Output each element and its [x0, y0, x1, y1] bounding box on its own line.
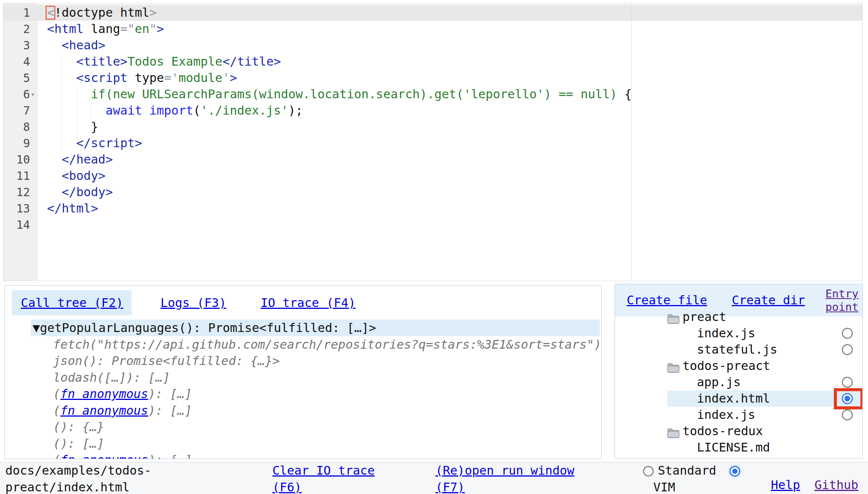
line-number: 2 — [3, 21, 30, 37]
file-row-stateful.js[interactable]: stateful.js — [615, 341, 862, 358]
anonymous-fn-link[interactable]: fn anonymous — [60, 453, 148, 459]
code-line[interactable]: await import('./index.js'); — [47, 102, 862, 119]
file-name: index.html — [697, 390, 770, 407]
call-tree-row[interactable]: (): […] — [5, 435, 601, 452]
clear-io-trace-button[interactable]: Clear IO trace — [272, 463, 375, 479]
code-line[interactable]: <html lang="en"> — [47, 21, 862, 37]
file-browser-panel: Create file Create dir Entry point preac… — [615, 284, 863, 458]
folder-row-preact[interactable]: preact — [615, 309, 862, 325]
file-row-app.js[interactable]: app.js — [615, 374, 862, 390]
reopen-run-window-button[interactable]: (F7) — [436, 479, 465, 494]
line-number: 4 — [3, 53, 30, 70]
tab-io-trace-f4-[interactable]: IO trace (F4) — [261, 290, 355, 315]
file-name: preact — [682, 309, 726, 325]
call-tree-row[interactable]: (fn anonymous): […] — [5, 452, 601, 459]
entry-point-radio-index.js[interactable] — [842, 409, 853, 420]
file-row-index.js[interactable]: index.js — [615, 407, 862, 423]
fold-arrow-icon[interactable]: ▾ — [31, 86, 38, 102]
current-file-path: docs/examples/todos- — [5, 463, 151, 479]
line-number: 13 — [3, 200, 30, 217]
code-line[interactable]: <body> — [47, 168, 862, 184]
call-tree-row[interactable]: (fn anonymous): […] — [5, 385, 601, 402]
line-number: 9 — [3, 135, 30, 151]
anonymous-fn-link[interactable]: fn anonymous — [60, 387, 148, 401]
call-tree-row[interactable]: (): {…} — [5, 418, 601, 435]
line-number: 7 — [3, 102, 30, 119]
code-line[interactable]: <script type='module'> — [47, 70, 862, 86]
call-tree-row[interactable]: (fn anonymous): […] — [5, 402, 601, 419]
vim-keybindings-radio[interactable] — [730, 466, 740, 477]
github-link[interactable]: Github — [815, 477, 859, 493]
help-link[interactable]: Help — [771, 477, 800, 493]
call-tree-row[interactable]: lodash([…]): […] — [5, 369, 601, 386]
call-tree-panel: Call tree (F2)Logs (F3)IO trace (F4) ▼ge… — [5, 285, 602, 459]
folder-row-todos-redux[interactable]: todos-redux — [615, 423, 862, 439]
standard-keybindings-radio[interactable] — [643, 466, 654, 477]
code-line[interactable]: <title>Todos Example</title> — [47, 53, 862, 70]
code-line[interactable]: if(new URLSearchParams(window.location.s… — [47, 86, 862, 102]
line-number: 10 — [3, 151, 30, 168]
code-editor[interactable]: <!doctype html><html lang="en"> <head> <… — [3, 3, 863, 281]
folder-icon — [667, 312, 680, 323]
anonymous-fn-link[interactable]: fn anonymous — [60, 403, 148, 418]
folder-icon — [667, 361, 680, 371]
leporello-ide: <!doctype html><html lang="en"> <head> <… — [0, 0, 868, 494]
current-file-path: preact/index.html — [5, 479, 130, 494]
standard-keybindings-label: Standard — [658, 463, 716, 479]
entry-point-radio-stateful.js[interactable] — [842, 344, 853, 355]
line-number: 8 — [3, 119, 30, 135]
folder-row-todos-preact[interactable]: todos-preact — [615, 358, 862, 374]
code-line[interactable]: </body> — [47, 184, 862, 200]
reopen-run-window-button[interactable]: (Re)open run window — [436, 463, 574, 479]
file-name: todos-preact — [682, 358, 770, 374]
line-number: 6 — [3, 86, 30, 102]
line-number: 14 — [3, 217, 30, 233]
file-name: app.js — [697, 374, 741, 390]
file-name: todos-redux — [682, 423, 763, 439]
code-line[interactable]: </head> — [47, 151, 862, 168]
tab-call-tree-f2-[interactable]: Call tree (F2) — [21, 290, 123, 315]
folder-icon — [667, 426, 680, 437]
line-number: 1 — [3, 5, 30, 21]
cursor-highlight — [46, 6, 55, 20]
code-line[interactable] — [47, 217, 862, 233]
entry-point-radio-index.js[interactable] — [842, 328, 853, 339]
call-tree-row-selected[interactable]: ▼getPopularLanguages(): Promise<fulfille… — [5, 319, 601, 336]
file-name: index.js — [697, 407, 755, 423]
line-number: 3 — [3, 37, 30, 53]
code-line[interactable]: <head> — [47, 37, 862, 53]
code-line[interactable]: </html> — [47, 200, 862, 217]
line-number: 11 — [3, 168, 30, 184]
tab-logs-f3-[interactable]: Logs (F3) — [160, 290, 226, 315]
code-line[interactable]: </script> — [47, 135, 862, 151]
file-row-index.html[interactable]: index.html — [615, 390, 862, 407]
file-row-LICENSE.md[interactable]: LICENSE.md — [615, 439, 862, 456]
file-name: stateful.js — [697, 341, 777, 358]
file-name: index.js — [697, 325, 755, 341]
code-line[interactable]: <!doctype html> — [47, 5, 862, 21]
code-line[interactable]: } — [47, 119, 862, 135]
entry-point-radio-index.html[interactable] — [842, 393, 853, 404]
clear-io-trace-button[interactable]: (F6) — [272, 479, 302, 494]
line-number: 5 — [3, 70, 30, 86]
file-row-index.js[interactable]: index.js — [615, 325, 862, 341]
status-bar: docs/examples/todos- preact/index.html C… — [0, 462, 868, 494]
file-name: LICENSE.md — [697, 439, 770, 456]
entry-point-radio-app.js[interactable] — [842, 377, 853, 388]
call-tree-row[interactable]: json(): Promise<fulfilled: {…}> — [5, 352, 601, 369]
vim-keybindings-label: VIM — [653, 479, 675, 494]
line-number: 12 — [3, 184, 30, 200]
call-tree-row[interactable]: fetch("https://api.github.com/search/rep… — [5, 336, 601, 353]
